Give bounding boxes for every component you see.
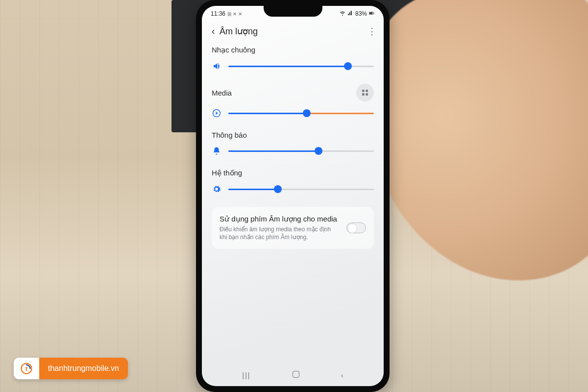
volume-key-card[interactable]: Sử dụng phím Âm lượng cho media Điều khi… <box>212 207 374 249</box>
media-label: Media <box>212 89 232 97</box>
card-title: Sử dụng phím Âm lượng cho media <box>220 215 340 223</box>
gear-icon <box>212 184 221 194</box>
svg-rect-1 <box>369 12 373 14</box>
battery-icon <box>369 10 375 18</box>
card-subtitle: Điều khiển âm lượng media theo mặc định … <box>220 225 340 241</box>
wifi-icon <box>340 10 345 18</box>
ringtone-slider[interactable] <box>228 66 374 67</box>
media-apps-button[interactable] <box>356 84 374 101</box>
system-slider[interactable] <box>228 189 374 190</box>
slider-group-system: Hệ thống <box>212 169 374 194</box>
volume-key-toggle[interactable] <box>346 222 366 233</box>
notify-slider[interactable] <box>228 150 374 152</box>
phone-frame: 11:36 ⊞ ✕ ✕ 83% ‹ Âm lượng ⋮ <box>196 0 390 392</box>
nav-home[interactable] <box>293 371 299 379</box>
svg-rect-3 <box>362 90 365 92</box>
svg-rect-4 <box>366 90 368 92</box>
svg-text:t: t <box>25 365 28 372</box>
nav-back[interactable]: ‹ <box>341 371 343 379</box>
svg-rect-5 <box>362 93 365 96</box>
signal-icon <box>347 10 353 18</box>
phone-screen: 11:36 ⊞ ✕ ✕ 83% ‹ Âm lượng ⋮ <box>202 6 384 386</box>
status-time: 11:36 <box>211 10 225 17</box>
slider-group-media: Media <box>212 84 374 118</box>
more-icon[interactable]: ⋮ <box>367 26 377 37</box>
status-icons-left: ⊞ ✕ ✕ <box>227 11 242 17</box>
app-header: ‹ Âm lượng ⋮ <box>202 19 384 43</box>
svg-rect-2 <box>374 12 374 14</box>
play-icon <box>212 108 221 118</box>
notch <box>264 6 322 17</box>
watermark-logo-icon: t <box>14 358 39 379</box>
bell-icon <box>212 146 221 156</box>
watermark-text: thanhtrungmobile.vn <box>39 358 128 379</box>
ringtone-label: Nhạc chuông <box>212 46 255 54</box>
page-title: Âm lượng <box>220 26 367 37</box>
slider-group-notify: Thông báo <box>212 131 374 156</box>
notify-label: Thông báo <box>212 131 247 139</box>
android-navbar: ||| ‹ <box>202 367 384 383</box>
media-slider[interactable] <box>228 113 374 114</box>
watermark: t thanhtrungmobile.vn <box>14 358 128 379</box>
svg-rect-6 <box>366 93 368 96</box>
system-label: Hệ thống <box>212 169 242 177</box>
speaker-icon <box>212 61 221 71</box>
slider-group-ringtone: Nhạc chuông <box>212 46 374 71</box>
back-icon[interactable]: ‹ <box>207 25 220 37</box>
battery-text: 83% <box>355 10 367 17</box>
nav-recents[interactable]: ||| <box>243 371 251 379</box>
